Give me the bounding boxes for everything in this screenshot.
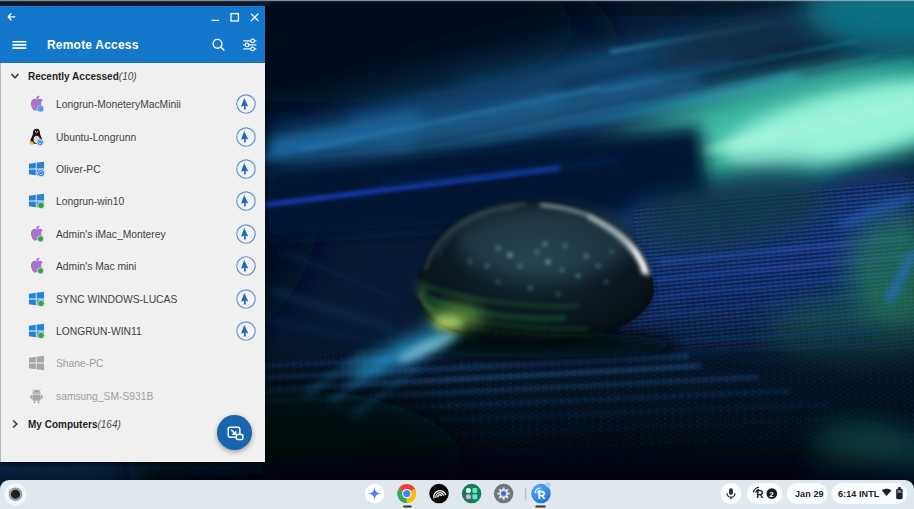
svg-text:R: R <box>538 489 546 501</box>
svg-text:R: R <box>756 489 764 500</box>
svg-text:2: 2 <box>769 490 774 499</box>
svg-text:6:14 INTL: 6:14 INTL <box>838 489 880 499</box>
svg-text:Jan 29: Jan 29 <box>795 489 824 499</box>
svg-text:Remote Access: Remote Access <box>47 38 139 52</box>
